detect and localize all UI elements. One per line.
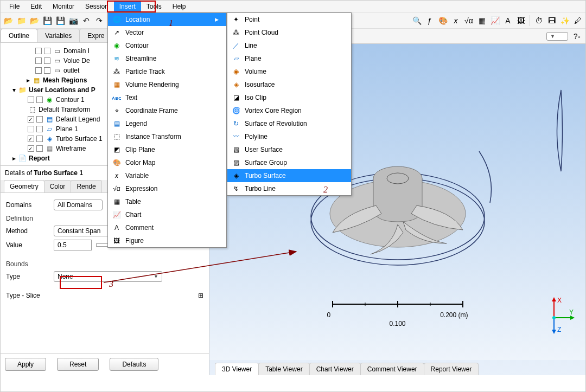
menu-insert[interactable]: Insert — [114, 1, 141, 12]
insert-coordframe[interactable]: ⌖Coordinate Frame — [108, 104, 226, 117]
open3-icon[interactable]: 📂 — [29, 15, 40, 26]
tree-domain[interactable]: Domain I — [63, 47, 90, 55]
defaults-button[interactable]: Defaults — [110, 358, 158, 371]
loc-isosurface[interactable]: ◈Isosurface — [227, 78, 351, 91]
chart-icon[interactable]: 📈 — [489, 15, 500, 26]
tab-color[interactable]: Color — [44, 180, 72, 192]
tab-chartviewer[interactable]: Chart Viewer — [309, 363, 361, 375]
insert-table[interactable]: ▦Table — [108, 195, 226, 208]
table-icon[interactable]: ▦ — [476, 15, 487, 26]
apply-button[interactable]: Apply — [5, 358, 46, 371]
loc-turboline[interactable]: ↯Turbo Line — [227, 182, 351, 195]
loc-line[interactable]: ／Line — [227, 39, 351, 52]
undo-icon[interactable]: ↶ — [81, 15, 92, 26]
save2-icon[interactable]: 💾 — [55, 15, 66, 26]
tab-outline[interactable]: Outline — [1, 29, 37, 42]
loc-turbosurf[interactable]: ◈Turbo Surface — [227, 169, 351, 182]
insert-expression[interactable]: √αExpression — [108, 182, 226, 195]
type-combo[interactable]: None▼ — [54, 271, 162, 282]
tab-render[interactable]: Rende — [71, 180, 101, 192]
tree-deftransform[interactable]: Default Transform — [39, 106, 90, 113]
insert-figure[interactable]: 🖼Figure — [108, 234, 226, 247]
tree-volume[interactable]: Volue De — [63, 57, 90, 65]
expand-icon[interactable]: ⊞ — [198, 292, 203, 299]
insert-clipplane[interactable]: ◩Clip Plane — [108, 143, 226, 156]
timer-icon[interactable]: ⏱ — [533, 15, 544, 26]
anim-icon[interactable]: ✨ — [559, 15, 570, 26]
insert-dropdown[interactable]: 🌐Location▶ ↗Vector ◉Contour ≋Streamline … — [107, 12, 227, 248]
menu-help[interactable]: Help — [167, 1, 192, 12]
insert-vector[interactable]: ↗Vector — [108, 26, 226, 39]
loc-plane[interactable]: ▱Plane — [227, 52, 351, 65]
expr-icon[interactable]: √α — [463, 15, 474, 26]
view-combo[interactable]: ▼ — [546, 32, 568, 41]
comment-icon[interactable]: A — [502, 15, 513, 26]
loc-point[interactable]: ✦Point — [227, 13, 351, 26]
tree-plane1[interactable]: Plane 1 — [56, 125, 78, 133]
insert-text[interactable]: ᴀʙᴄText — [108, 91, 226, 104]
fn-icon[interactable]: ƒ — [424, 15, 435, 26]
picker-icon[interactable]: 🖊 — [572, 15, 583, 26]
comment-icon: A — [112, 223, 121, 232]
menu-file[interactable]: File — [4, 1, 25, 12]
menu-tools[interactable]: Tools — [141, 1, 167, 12]
open2-icon[interactable]: 📁 — [16, 15, 27, 26]
variable-icon[interactable]: x — [450, 15, 461, 26]
tree-turbosurf1[interactable]: Turbo Surface 1 — [56, 135, 103, 143]
loc-surfgroup[interactable]: ▨Surface Group — [227, 156, 351, 169]
tree-wireframe[interactable]: Wireframe — [56, 145, 86, 152]
svg-text:Z: Z — [557, 326, 561, 333]
film-icon[interactable]: 🎞 — [546, 15, 557, 26]
probe-icon[interactable]: 🔍 — [411, 15, 422, 26]
insert-instance[interactable]: ⬚Instance Transform — [108, 130, 226, 143]
open-icon[interactable]: 📂 — [3, 15, 14, 26]
insert-contour[interactable]: ◉Contour — [108, 39, 226, 52]
loc-isoclip[interactable]: ◪Iso Clip — [227, 91, 351, 104]
tab-tableviewer[interactable]: Table Viewer — [258, 363, 309, 375]
location-submenu[interactable]: ✦Point ⁂Point Cloud ／Line ▱Plane ◉Volume… — [227, 12, 352, 196]
save-icon[interactable]: 💾 — [42, 15, 53, 26]
redo-icon[interactable]: ↷ — [94, 15, 105, 26]
menu-edit[interactable]: Edit — [25, 1, 47, 12]
loc-usersurf[interactable]: ▧User Surface — [227, 143, 351, 156]
tree-outlet[interactable]: outlet — [63, 67, 79, 74]
contour-icon: ◉ — [112, 41, 121, 50]
tree-mesh[interactable]: Mesh Regions — [43, 76, 87, 84]
insert-legend[interactable]: ▤Legend — [108, 117, 226, 130]
figure-icon[interactable]: 🖼 — [515, 15, 526, 26]
loc-volume[interactable]: ◉Volume — [227, 65, 351, 78]
insert-comment[interactable]: AComment — [108, 221, 226, 234]
tree-userloc[interactable]: User Locations and P — [29, 86, 95, 94]
insert-variable[interactable]: xVariable — [108, 169, 226, 182]
loc-revolve[interactable]: ↻Surface of Revolution — [227, 117, 351, 130]
insert-volrender[interactable]: ▦Volume Rendering — [108, 78, 226, 91]
loc-pointcloud[interactable]: ⁂Point Cloud — [227, 26, 351, 39]
value-input[interactable]: 0.5 — [54, 240, 92, 250]
help-icon[interactable]: ?▫ — [571, 31, 582, 42]
menu-monitor[interactable]: Monitor — [47, 1, 80, 12]
tab-variables[interactable]: Variables — [37, 29, 80, 42]
insert-particle[interactable]: ⁂Particle Track — [108, 65, 226, 78]
tab-commentviewer[interactable]: Comment Viewer — [360, 363, 424, 375]
camera-icon[interactable]: 📷 — [68, 15, 79, 26]
point-icon: ✦ — [232, 15, 240, 24]
insert-location[interactable]: 🌐Location▶ — [108, 13, 226, 26]
loc-polyline[interactable]: 〰Polyline — [227, 130, 351, 143]
menu-session[interactable]: Session — [80, 1, 114, 12]
tab-3dviewer[interactable]: 3D Viewer — [215, 363, 259, 375]
domains-combo[interactable]: All Domains — [54, 200, 103, 210]
palette-icon[interactable]: 🎨 — [437, 15, 448, 26]
svg-marker-15 — [570, 316, 575, 320]
variable-icon: x — [112, 171, 121, 180]
insert-colormap[interactable]: 🎨Color Map — [108, 156, 226, 169]
reset-button[interactable]: Reset — [57, 358, 99, 371]
tree-report[interactable]: Report — [29, 155, 50, 162]
loc-vortex[interactable]: 🌀Vortex Core Region — [227, 104, 351, 117]
tab-reportviewer[interactable]: Report Viewer — [424, 363, 479, 375]
insert-streamline[interactable]: ≋Streamline — [108, 52, 226, 65]
insert-chart[interactable]: 📈Chart — [108, 208, 226, 221]
tree-contour1[interactable]: Contour 1 — [56, 96, 85, 104]
vector-icon: ↗ — [112, 28, 121, 37]
tab-geometry[interactable]: Geometry — [4, 180, 44, 192]
tree-deflegend[interactable]: Default Legend — [56, 115, 100, 123]
